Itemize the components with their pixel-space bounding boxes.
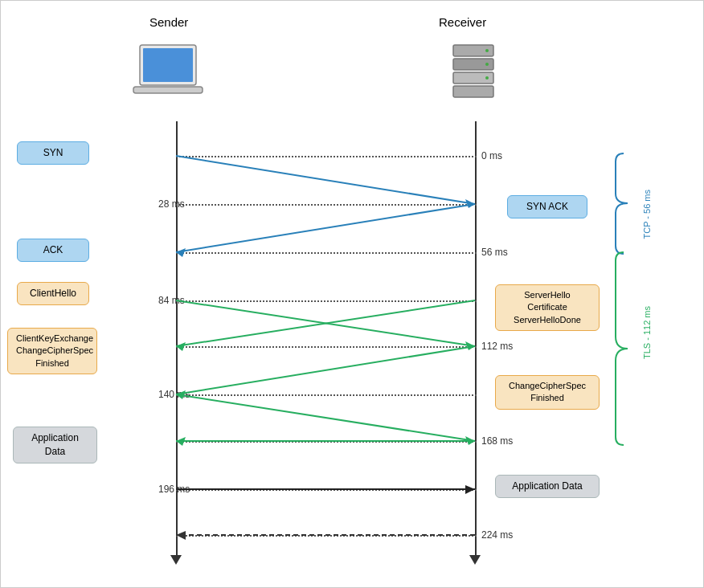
ts-0ms: 0 ms xyxy=(481,150,502,161)
change-cipher-box: ChangeCipherSpecFinished xyxy=(495,375,600,410)
dotted-224ms xyxy=(176,535,477,537)
ts-84ms: 84 ms xyxy=(158,295,185,306)
svg-line-15 xyxy=(176,300,475,346)
ts-224ms: 224 ms xyxy=(481,529,513,541)
dotted-140ms xyxy=(176,394,477,396)
svg-rect-1 xyxy=(143,48,193,82)
svg-point-9 xyxy=(485,76,489,80)
ts-112ms: 112 ms xyxy=(481,341,513,352)
svg-line-17 xyxy=(176,300,475,346)
dotted-84ms xyxy=(176,300,477,302)
svg-rect-2 xyxy=(133,87,203,93)
syn-ack-box: SYN ACK xyxy=(507,195,587,218)
svg-line-11 xyxy=(176,156,475,204)
svg-line-21 xyxy=(176,346,475,394)
dotted-0ms xyxy=(176,156,477,157)
ts-168ms: 168 ms xyxy=(481,435,513,447)
dotted-56ms xyxy=(176,252,477,254)
svg-line-19 xyxy=(176,394,475,441)
receiver-label: Receiver xyxy=(439,15,486,29)
client-key-box: ClientKeyExchangeChangeCipherSpecFinishe… xyxy=(7,328,97,374)
tls-label: TLS - 112 ms xyxy=(642,306,652,359)
svg-line-13 xyxy=(176,204,475,252)
ts-196ms: 196 ms xyxy=(158,484,190,495)
app-data-sender-box: Application Data xyxy=(13,427,97,463)
receiver-timeline xyxy=(475,121,477,559)
ack-box: ACK xyxy=(17,239,89,262)
dotted-112ms xyxy=(176,346,477,348)
diagram-container: Sender Receiver xyxy=(1,1,704,588)
dotted-196ms xyxy=(176,489,477,491)
dotted-168ms xyxy=(176,441,477,443)
sender-icon xyxy=(132,41,204,105)
sender-label: Sender xyxy=(149,15,188,29)
ts-28ms: 28 ms xyxy=(158,198,185,210)
server-hello-box: ServerHelloCertificateServerHelloDone xyxy=(495,284,600,331)
ts-140ms: 140 ms xyxy=(158,389,190,400)
receiver-timeline-arrow xyxy=(469,555,481,565)
sender-timeline-arrow xyxy=(170,555,182,565)
svg-point-7 xyxy=(485,49,489,52)
dotted-28ms xyxy=(176,204,477,206)
tcp-label: TCP - 56 ms xyxy=(642,190,652,239)
syn-box: SYN xyxy=(17,141,89,165)
client-hello-box: ClientHello xyxy=(17,282,89,305)
app-data-receiver-box: Application Data xyxy=(495,475,600,498)
ts-56ms: 56 ms xyxy=(481,247,508,258)
receiver-icon xyxy=(441,41,505,105)
svg-point-8 xyxy=(485,63,489,66)
svg-point-10 xyxy=(485,90,489,93)
